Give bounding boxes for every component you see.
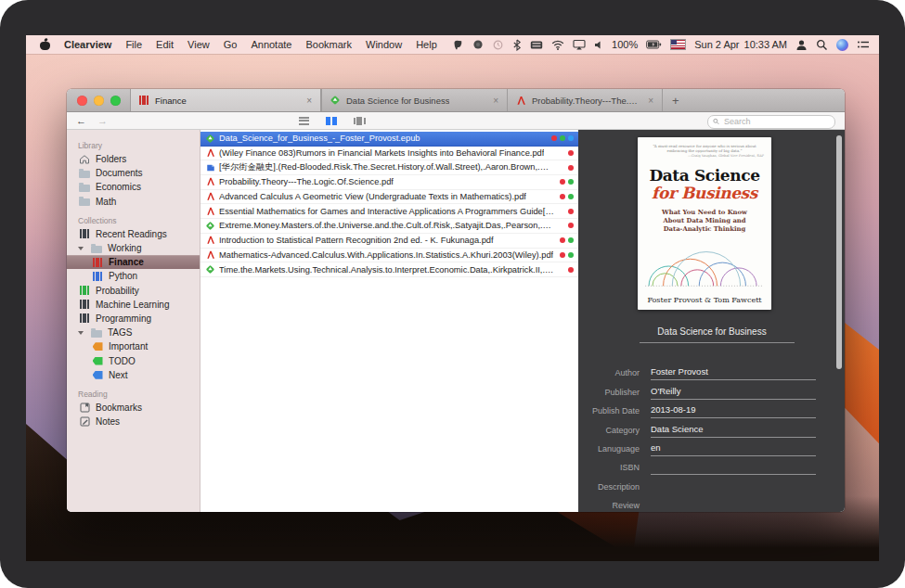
file-row[interactable]: Probability.Theory---The.Logic.Of.Scienc… — [200, 175, 578, 190]
spotlight-icon[interactable] — [816, 39, 828, 51]
sidebar-item-label: Notes — [96, 416, 120, 427]
field-value[interactable] — [651, 461, 816, 475]
tab-probability[interactable]: Probability.Theory---The.Log × — [507, 89, 662, 111]
new-tab-button[interactable]: + — [662, 89, 689, 111]
sidebar-item-label: Important — [109, 341, 148, 352]
file-row[interactable]: Essential Mathematics for Games and Inte… — [200, 204, 578, 219]
sidebar-item-programming[interactable]: Programming — [67, 312, 200, 326]
sidebar-item-folders[interactable]: Folders — [67, 152, 200, 166]
close-tab-icon[interactable]: × — [491, 96, 500, 106]
sidebar-item-notes[interactable]: Notes — [67, 415, 200, 428]
search-icon — [713, 118, 719, 125]
notification-center-icon[interactable] — [857, 40, 870, 50]
sidebar-item-working[interactable]: Working — [67, 241, 200, 255]
file-row[interactable]: (Wiley Finance 083)Rumors in Financial M… — [200, 147, 578, 161]
field-label: Lanuguage — [578, 444, 640, 456]
sidebar-item-finance[interactable]: Finance — [67, 255, 200, 269]
circle-icon[interactable] — [472, 39, 484, 50]
close-tab-icon[interactable]: × — [304, 96, 314, 106]
file-name: Introduction to Statistical Pattern Reco… — [219, 236, 494, 245]
sidebar-item-important[interactable]: Important — [67, 339, 200, 353]
clearview-window: Finance × Data Science for Business × Pr… — [67, 89, 845, 512]
siri-icon[interactable] — [836, 39, 848, 51]
list-view-icon[interactable] — [296, 116, 311, 126]
battery-icon[interactable] — [646, 40, 662, 49]
apple-menu-icon[interactable] — [40, 39, 50, 51]
field-value[interactable]: en — [651, 442, 816, 456]
sidebar-item-label: TODO — [109, 356, 136, 366]
sidebar-item-probability[interactable]: Probability — [67, 284, 200, 298]
menu-go[interactable]: Go — [224, 39, 238, 50]
menu-edit[interactable]: Edit — [156, 39, 174, 50]
tab-data-science[interactable]: Data Science for Business × — [321, 89, 507, 111]
battery-percent[interactable]: 100% — [612, 39, 638, 50]
field-value[interactable]: Data Science — [651, 424, 816, 438]
grid-view-icon[interactable] — [268, 116, 283, 126]
books-red-icon — [137, 96, 150, 105]
file-row[interactable]: [华尔街金融史].(Red-Blooded.Risk.The.Secret.Hi… — [200, 160, 578, 175]
zoom-window-button[interactable] — [110, 96, 121, 106]
us-flag-icon[interactable] — [670, 39, 686, 50]
field-value[interactable]: O'Reilly — [651, 386, 816, 400]
field-value[interactable] — [651, 500, 816, 512]
disclosure-triangle-icon[interactable] — [78, 331, 84, 335]
scrollbar-thumb[interactable] — [836, 135, 842, 369]
evernote-icon[interactable] — [452, 39, 464, 51]
file-row[interactable]: Time.the.Markets.Using.Technical.Analysi… — [200, 262, 578, 277]
user-icon[interactable] — [795, 39, 808, 51]
books-dark-icon — [78, 300, 91, 309]
split-view-icon[interactable] — [324, 116, 339, 126]
sidebar-item-python[interactable]: Python — [67, 269, 200, 283]
sidebar-item-bookmarks[interactable]: Bookmarks — [67, 401, 200, 415]
menu-window[interactable]: Window — [366, 39, 402, 50]
tab-label: Probability.Theory---The.Log — [532, 96, 641, 106]
menu-bookmark[interactable]: Bookmark — [305, 39, 352, 50]
tab-finance[interactable]: Finance × — [130, 89, 321, 111]
book-title: Data Science for Business — [578, 326, 845, 337]
file-row[interactable]: Data_Science_for_Business_-_Foster_Provo… — [200, 132, 578, 147]
close-window-button[interactable] — [77, 96, 87, 106]
file-row[interactable]: Mathematics-Advanced.Calculus.With.Appli… — [200, 249, 578, 263]
sidebar-item-economics[interactable]: Economics — [67, 180, 200, 194]
field-value[interactable]: 2013-08-19 — [651, 404, 816, 418]
file-name: Essential Mathematics for Games and Inte… — [219, 207, 554, 216]
search-input[interactable] — [722, 116, 830, 127]
bluetooth-icon[interactable] — [512, 39, 522, 51]
forward-button[interactable]: → — [97, 115, 108, 126]
file-row[interactable]: Advanced Calculus A Geometric View (Unde… — [200, 190, 578, 205]
file-name: Probability.Theory---The.Logic.Of.Scienc… — [219, 177, 394, 186]
sidebar-item-documents[interactable]: Documents — [67, 166, 200, 180]
search-field[interactable] — [707, 115, 835, 129]
menu-view[interactable]: View — [187, 39, 210, 50]
field-value[interactable] — [651, 481, 816, 494]
menu-bar-date[interactable]: Sun 2 Apr — [694, 39, 739, 50]
house-icon — [78, 154, 91, 164]
sidebar-item-recent-readings[interactable]: Recent Readings — [67, 227, 200, 241]
menu-file[interactable]: File — [125, 39, 142, 50]
volume-icon[interactable] — [594, 40, 603, 50]
disclosure-triangle-icon[interactable] — [78, 247, 84, 250]
minimize-window-button[interactable] — [94, 96, 104, 106]
airplay-icon[interactable] — [573, 39, 586, 50]
keyboard-icon[interactable] — [530, 40, 543, 50]
file-row[interactable]: Introduction to Statistical Pattern Reco… — [200, 234, 578, 249]
file-row[interactable]: Extreme.Money.Masters.of.the.Universe.an… — [200, 219, 578, 234]
close-tab-icon[interactable]: × — [646, 96, 655, 106]
menu-help[interactable]: Help — [416, 39, 437, 50]
status-dots — [560, 194, 574, 199]
sidebar-item-machine-learning[interactable]: Machine Learning — [67, 298, 200, 312]
app-menu-title[interactable]: Clearview — [64, 39, 111, 50]
menu-bar-time[interactable]: 10:33 AM — [744, 39, 787, 50]
status-dots — [568, 165, 574, 171]
wifi-icon[interactable] — [551, 40, 564, 50]
sidebar-item-tags[interactable]: TAGS — [67, 326, 200, 339]
sidebar-item-math[interactable]: Math — [67, 195, 200, 209]
timemachine-icon[interactable] — [492, 39, 504, 51]
back-button[interactable]: ← — [76, 115, 86, 126]
menu-annotate[interactable]: Annotate — [251, 39, 291, 50]
sidebar-item-todo[interactable]: TODO — [67, 353, 200, 367]
sidebar-item-next[interactable]: Next — [67, 368, 200, 382]
coverflow-view-icon[interactable] — [352, 116, 367, 126]
field-value[interactable]: Foster Provost — [651, 366, 816, 380]
mobi-icon — [205, 163, 215, 173]
